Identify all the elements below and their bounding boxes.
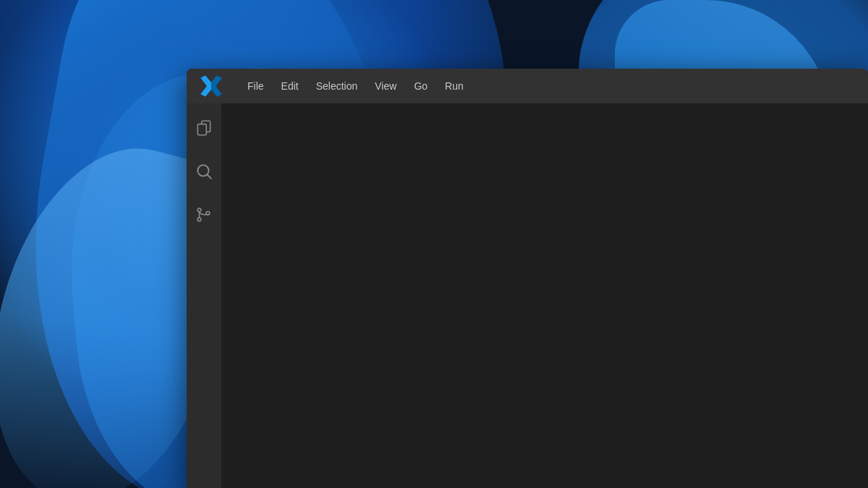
menu-view[interactable]: View [366, 76, 405, 96]
source-control-icon [195, 205, 213, 224]
activity-bar [187, 103, 221, 488]
menu-file[interactable]: File [239, 76, 273, 96]
title-bar: File Edit Selection View Go Run [187, 69, 868, 103]
vscode-window: File Edit Selection View Go Run [187, 69, 868, 488]
activity-item-source-control[interactable] [187, 196, 221, 234]
editor-area[interactable] [221, 103, 868, 488]
main-area [187, 103, 868, 488]
menu-bar: File Edit Selection View Go Run [239, 76, 472, 96]
activity-item-explorer[interactable] [187, 109, 221, 147]
menu-run[interactable]: Run [436, 76, 472, 96]
search-icon [195, 162, 213, 181]
svg-line-3 [208, 175, 211, 179]
menu-edit[interactable]: Edit [273, 76, 307, 96]
files-icon [195, 119, 213, 137]
vscode-logo [198, 73, 224, 99]
svg-rect-1 [197, 124, 206, 135]
menu-selection[interactable]: Selection [307, 76, 367, 96]
menu-go[interactable]: Go [405, 76, 436, 96]
activity-item-search[interactable] [187, 153, 221, 190]
